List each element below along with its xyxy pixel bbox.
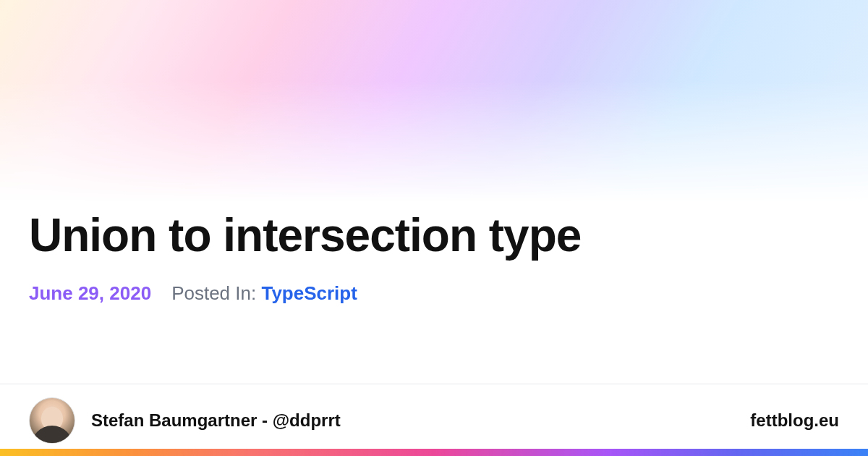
- post-title: Union to intersection type: [29, 210, 581, 261]
- category-link[interactable]: TypeScript: [261, 282, 357, 304]
- post-meta: June 29, 2020 Posted In: TypeScript: [29, 282, 581, 305]
- author-section: Stefan Baumgartner - @ddprrt: [29, 397, 341, 444]
- footer: Stefan Baumgartner - @ddprrt fettblog.eu: [0, 384, 868, 456]
- posted-in-label: Posted In:: [171, 282, 256, 304]
- post-date: June 29, 2020: [29, 282, 151, 305]
- post-content: Union to intersection type June 29, 2020…: [29, 210, 581, 305]
- bottom-gradient-bar: [0, 449, 868, 456]
- header-gradient: [0, 0, 868, 203]
- author-avatar: [29, 397, 75, 444]
- author-name: Stefan Baumgartner - @ddprrt: [91, 410, 341, 431]
- site-link[interactable]: fettblog.eu: [750, 410, 839, 431]
- posted-in-wrapper: Posted In: TypeScript: [171, 282, 357, 305]
